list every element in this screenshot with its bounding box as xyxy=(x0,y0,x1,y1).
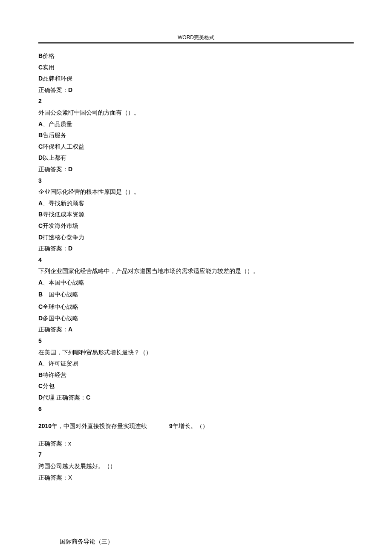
q4-option-c: C全球中心战略 xyxy=(38,301,354,313)
q2-answer: 正确答案：D xyxy=(38,164,354,175)
q5-number: 5 xyxy=(38,335,354,347)
q1-option-b: BB价格价格 xyxy=(38,50,354,62)
q2-option-b: B售后服务 xyxy=(38,129,354,141)
q3-number: 3 xyxy=(38,175,354,187)
q6-number: 6 xyxy=(38,403,354,415)
q4-option-b: B—国中心战略 xyxy=(38,288,354,301)
q3-option-c: C开发海外市场 xyxy=(38,220,354,232)
q1-answer: 正确答案：D xyxy=(38,84,354,96)
q3-option-d: D打造核心竞争力 xyxy=(38,232,354,243)
q4-option-d: D多国中心战略 xyxy=(38,313,354,324)
q7-stem: 跨国公司越大发展越好。（） xyxy=(38,460,354,472)
q5-option-d-answer: D代理 正确答案：C xyxy=(38,392,354,403)
q5-option-c: C分包 xyxy=(38,380,354,392)
q7-answer: 正确答案：X xyxy=(38,472,354,483)
q6-stem: 2010年，中国对外直接投资存量实现连续 9年增长。（） xyxy=(38,420,354,432)
q2-number: 2 xyxy=(38,95,354,107)
q3-stem: 企业国际化经营的根本性原因是（）。 xyxy=(38,186,354,198)
q5-option-b: B特许经营 xyxy=(38,369,354,381)
q6-answer: 正确答案：x xyxy=(38,438,354,449)
q2-option-a: A、产品质量 xyxy=(38,118,354,130)
q4-number: 4 xyxy=(38,254,354,266)
page-header: WORD完美格式 xyxy=(38,34,354,43)
q2-option-c: C环保和人工权益 xyxy=(38,141,354,152)
section-title: 国际商务导论（三） xyxy=(60,536,354,547)
q5-option-a: A、许可证贸易 xyxy=(38,358,354,369)
q4-answer: 正确答案：A xyxy=(38,324,354,335)
q2-stem: 外国公众紧盯中国公司的方面有（）。 xyxy=(38,107,354,118)
q3-answer: 正确答案：D xyxy=(38,243,354,254)
q4-option-a: A、本国中心战略 xyxy=(38,277,354,288)
q5-stem: 在美国，下列哪种贸易形式增长最快？（） xyxy=(38,347,354,358)
q3-option-a: A、寻找新的顾客 xyxy=(38,198,354,209)
q2-option-d: D以上都有 xyxy=(38,152,354,164)
q7-number: 7 xyxy=(38,449,354,460)
q4-stem: 下列企业国家化经营战略中，产品对东道国当地市场的需求适应能力较差的是（）。 xyxy=(38,265,354,277)
q3-option-b: B寻找低成本资源 xyxy=(38,209,354,220)
q1-option-c: C实用 xyxy=(38,62,354,73)
q1-option-d: D品牌和环保 xyxy=(38,73,354,84)
